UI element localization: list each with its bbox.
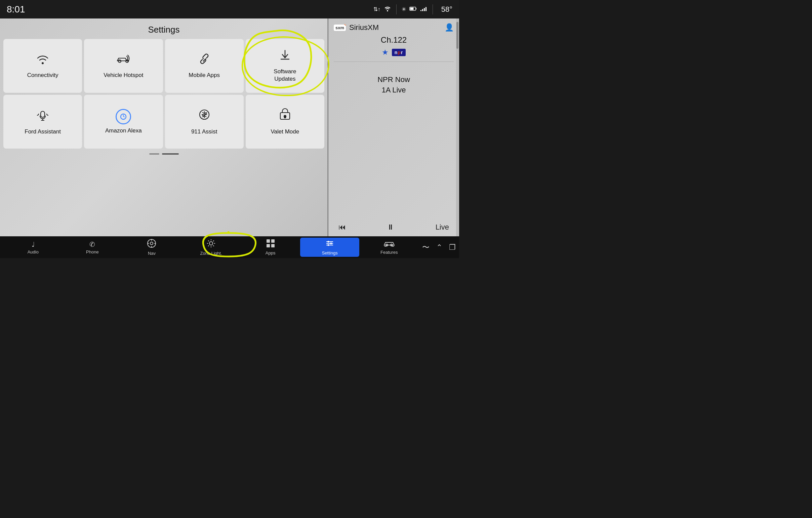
scroll-indicator (0, 151, 328, 157)
live-button[interactable]: Live (436, 223, 449, 232)
now-playing-line1: NPR Now (334, 75, 454, 85)
user-icon[interactable]: 👤 (445, 23, 454, 32)
svg-rect-6 (426, 7, 427, 11)
media-header: sxm ∿ SiriusXM 👤 (328, 19, 459, 34)
svg-rect-3 (420, 10, 422, 11)
svg-line-33 (208, 241, 209, 241)
tile-software-updates[interactable]: SoftwareUpdates (246, 39, 324, 93)
nav-icon (147, 239, 156, 250)
favorite-star[interactable]: ★ (382, 48, 388, 57)
valet-mode-label: Valet Mode (271, 128, 299, 136)
asterisk-icon: ✳ (402, 6, 406, 12)
nav-phone[interactable]: ✆ Phone (63, 239, 122, 256)
svg-rect-37 (266, 239, 270, 243)
battery-icon (409, 6, 417, 13)
content-area: Settings Connectivity (0, 19, 328, 236)
screen-lock-icon (278, 108, 292, 124)
scroll-dot-2 (162, 153, 179, 155)
scrollbar[interactable] (456, 19, 459, 236)
bottom-nav: ♩ Audio ✆ Phone Nav (0, 236, 459, 258)
vehicle-hotspot-label: Vehicle Hotspot (104, 71, 143, 79)
nav-apps[interactable]: Apps (241, 238, 300, 257)
pause-button[interactable]: ⏸ (387, 223, 394, 232)
tile-mobile-apps[interactable]: Mobile Apps (165, 39, 244, 93)
wifi-tile-icon (35, 53, 50, 67)
npr-p: p (398, 50, 401, 55)
zone-light-icon (206, 239, 216, 250)
wavy-down-button[interactable]: 〜 (422, 242, 430, 253)
tile-connectivity[interactable]: Connectivity (3, 39, 82, 93)
features-icon (383, 240, 395, 249)
scrollbar-thumb[interactable] (457, 22, 458, 49)
media-star-row: ★ npr (328, 46, 459, 59)
svg-point-45 (330, 243, 332, 244)
divider (396, 4, 397, 15)
signal-icon (420, 6, 428, 13)
audio-label: Audio (28, 250, 39, 255)
nav-label: Nav (148, 251, 155, 256)
ford-assistant-label: Ford Assistant (25, 128, 61, 136)
nav-audio[interactable]: ♩ Audio (3, 239, 63, 256)
nav-nav[interactable]: Nav (122, 237, 181, 257)
nav-features[interactable]: Features (359, 238, 419, 256)
apps-icon (266, 239, 275, 250)
now-playing: NPR Now 1A Live (328, 64, 459, 218)
npr-r: r (401, 50, 403, 55)
alexa-ring-icon (116, 109, 131, 124)
svg-point-23 (150, 242, 153, 245)
wifi-icon (384, 6, 391, 13)
svg-rect-1 (416, 8, 416, 9)
npr-badge: npr (392, 49, 406, 56)
clock: 8:01 (7, 4, 25, 15)
tile-vehicle-hotspot[interactable]: Vehicle Hotspot (84, 39, 163, 93)
status-bar: 8:01 ⇅↑ ✳ (0, 0, 459, 19)
now-playing-line2: 1A Live (334, 85, 454, 95)
temperature: 58° (441, 5, 453, 14)
svg-rect-2 (410, 7, 413, 10)
mobile-apps-label: Mobile Apps (188, 71, 220, 79)
emergency-icon (197, 108, 212, 124)
divider2 (433, 4, 433, 15)
npr-n: n (395, 50, 398, 55)
amazon-alexa-label: Amazon Alexa (105, 127, 142, 135)
media-divider (334, 61, 454, 62)
911-assist-label: 911 Assist (191, 128, 218, 136)
connectivity-label: Connectivity (27, 71, 58, 79)
tile-ford-assistant[interactable]: Ford Assistant (3, 95, 82, 149)
features-label: Features (380, 250, 398, 255)
mic-sound-icon (35, 108, 50, 124)
svg-rect-5 (424, 8, 425, 11)
status-icons: ⇅↑ ✳ (373, 4, 453, 15)
page-title: Settings (0, 19, 328, 39)
tile-911-assist[interactable]: 911 Assist (165, 95, 244, 149)
clone-button[interactable]: ❐ (449, 243, 456, 252)
settings-icon (325, 239, 334, 250)
svg-rect-21 (284, 116, 286, 118)
sxm-label: sxm (336, 25, 344, 30)
tile-valet-mode[interactable]: Valet Mode (246, 95, 324, 149)
svg-rect-40 (271, 244, 274, 248)
svg-point-28 (209, 242, 213, 245)
tile-amazon-alexa[interactable]: Amazon Alexa (84, 95, 163, 149)
svg-line-36 (208, 246, 209, 246)
svg-rect-39 (266, 244, 270, 248)
rewind-button[interactable]: ⏮ (339, 223, 346, 232)
svg-line-35 (213, 241, 214, 241)
svg-rect-38 (271, 239, 274, 243)
sxm-logo: sxm ∿ (334, 25, 346, 31)
media-panel: sxm ∿ SiriusXM 👤 Ch.122 ★ npr NPR Now 1A… (328, 19, 459, 236)
media-service: SiriusXM (349, 23, 441, 32)
media-channel: Ch.122 (328, 34, 459, 46)
svg-line-34 (213, 246, 214, 246)
svg-point-46 (328, 244, 329, 246)
nav-zone-light[interactable]: Zone Light. (181, 237, 241, 257)
svg-point-44 (328, 241, 329, 243)
svg-rect-4 (422, 9, 423, 11)
wavy-up-button[interactable]: ⌃ (436, 243, 442, 252)
sxm-wave: ∿ (344, 23, 347, 27)
apps-label: Apps (265, 251, 276, 256)
chain-link-icon (197, 53, 212, 67)
car-hotspot-icon (115, 53, 132, 67)
zone-light-label: Zone Light. (200, 251, 222, 256)
nav-settings[interactable]: Settings (300, 238, 359, 257)
